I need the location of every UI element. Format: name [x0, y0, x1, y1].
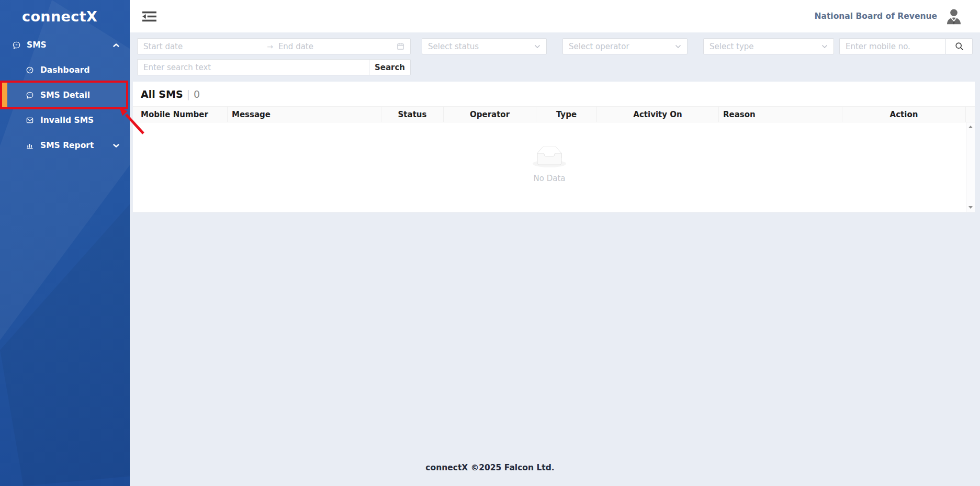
user-menu[interactable]: National Board of Revenue [815, 7, 964, 26]
message-icon [25, 91, 35, 100]
table-header-row: Mobile Number Message Status Operator Ty… [133, 106, 975, 122]
type-select[interactable]: Select type [703, 38, 834, 54]
table-header-scrollbar-filler [966, 107, 975, 122]
sidebar-item-label: SMS Detail [40, 91, 90, 100]
sidebar-item-sms[interactable]: SMS [0, 32, 130, 58]
bar-chart-icon [25, 141, 35, 150]
filter-row-2: Search [137, 59, 973, 75]
sidebar-item-dashboard[interactable]: Dashboard [0, 58, 130, 83]
sidebar-menu: SMS Dashboard [0, 32, 130, 158]
mail-icon [25, 116, 35, 125]
column-header-action: Action [842, 107, 966, 122]
vertical-scrollbar[interactable] [966, 122, 975, 212]
sidebar-item-label: Dashboard [40, 65, 90, 75]
column-header-reason: Reason [719, 107, 842, 122]
filter-row-1: → Select status Se [137, 38, 973, 54]
mobile-number-field[interactable] [839, 38, 945, 54]
top-bar: National Board of Revenue [130, 0, 980, 32]
card-title: All SMS [141, 88, 183, 100]
sms-table-card: All SMS | 0 Mobile Number Message Status… [133, 82, 975, 212]
sidebar-item-label: SMS [27, 40, 47, 50]
start-date-input[interactable] [143, 42, 262, 51]
card-title-separator: | [187, 88, 190, 100]
sidebar-item-sms-report[interactable]: SMS Report [0, 133, 130, 158]
calendar-icon [397, 42, 404, 50]
date-range-picker[interactable]: → [137, 38, 411, 54]
sidebar-item-label: SMS Report [40, 141, 94, 150]
search-text-field[interactable] [137, 59, 369, 75]
column-header-status: Status [381, 107, 444, 122]
mobile-search-button[interactable] [945, 38, 973, 54]
search-button[interactable]: Search [369, 59, 411, 75]
column-header-message: Message [228, 107, 381, 122]
menu-fold-icon[interactable] [141, 10, 157, 23]
search-icon [955, 42, 964, 51]
dashboard-icon [25, 65, 35, 75]
app-window: connectX SMS [0, 0, 980, 486]
chevron-down-icon [113, 143, 119, 148]
status-select[interactable]: Select status [422, 38, 547, 54]
end-date-input[interactable] [278, 42, 397, 51]
mobile-number-input[interactable] [846, 42, 940, 51]
message-icon [12, 40, 21, 50]
chevron-down-icon [534, 44, 540, 49]
column-header-type: Type [536, 107, 597, 122]
sidebar-item-sms-detail[interactable]: SMS Detail [0, 83, 128, 108]
card-header: All SMS | 0 [133, 82, 975, 106]
chevron-down-icon [675, 44, 681, 49]
sidebar: connectX SMS [0, 0, 130, 486]
app-logo: connectX [0, 0, 130, 32]
page-footer: connectX ©2025 Falcon Ltd. [0, 463, 980, 472]
status-select-value: Select status [428, 42, 479, 51]
operator-select[interactable]: Select operator [562, 38, 688, 54]
chevron-down-icon [821, 44, 828, 49]
search-text-input[interactable] [143, 63, 363, 72]
empty-state: No Data [133, 146, 966, 183]
filter-bar: → Select status Se [130, 32, 980, 82]
record-count: 0 [194, 88, 200, 100]
sidebar-item-invalid-sms[interactable]: Invalid SMS [0, 108, 130, 133]
table-body: No Data [133, 122, 975, 212]
empty-box-icon [533, 146, 566, 168]
chevron-up-icon [113, 43, 119, 48]
type-select-value: Select type [709, 42, 754, 51]
sidebar-item-label: Invalid SMS [40, 116, 94, 125]
column-header-activity-on: Activity On [597, 107, 719, 122]
swap-right-icon: → [267, 43, 273, 50]
user-name: National Board of Revenue [815, 12, 938, 21]
scroll-up-icon[interactable] [968, 126, 973, 128]
column-header-operator: Operator [444, 107, 536, 122]
column-header-mobile-number: Mobile Number [133, 107, 228, 122]
scroll-down-icon[interactable] [968, 206, 973, 209]
main-area: National Board of Revenue → [130, 0, 980, 486]
user-avatar-icon [944, 7, 963, 26]
empty-state-text: No Data [133, 174, 966, 183]
operator-select-value: Select operator [569, 42, 629, 51]
